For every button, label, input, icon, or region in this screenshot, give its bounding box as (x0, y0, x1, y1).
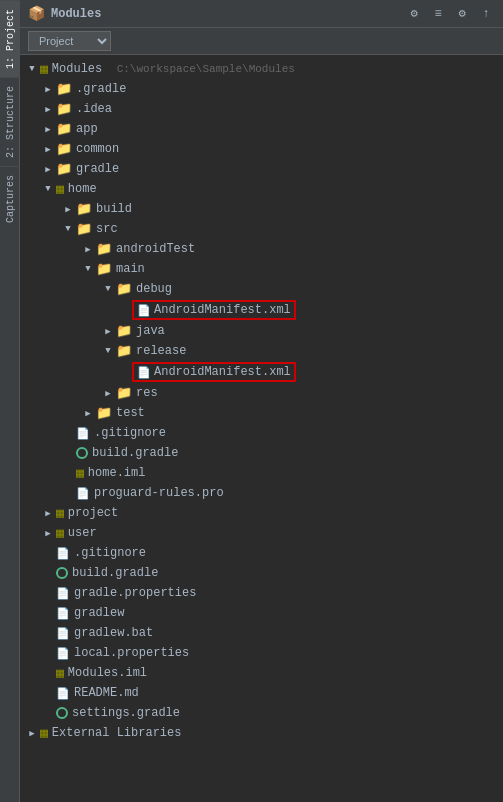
expand-arrow[interactable] (60, 201, 76, 217)
item-label: user (68, 526, 97, 540)
tree-row[interactable]: 📁 test (20, 403, 503, 423)
file-icon: 📄 (56, 547, 70, 560)
file-icon: 📄 (56, 627, 70, 640)
item-label: AndroidManifest.xml (154, 365, 291, 379)
tree-row[interactable]: 📁 app (20, 119, 503, 139)
tree-row[interactable]: 📁 main (20, 259, 503, 279)
expand-arrow[interactable] (100, 281, 116, 297)
sidebar-tab-captures[interactable]: Captures (0, 166, 20, 231)
tree-row[interactable]: 📁 release (20, 341, 503, 361)
folder-icon: 📁 (116, 343, 132, 359)
sidebar-tab-project[interactable]: 1: Project (0, 0, 20, 77)
tree-row[interactable]: 📁 common (20, 139, 503, 159)
expand-arrow[interactable] (100, 385, 116, 401)
expand-arrow[interactable] (40, 101, 56, 117)
item-label: androidTest (116, 242, 195, 256)
tree-row[interactable]: ▦ Modules.iml (20, 663, 503, 683)
title-bar-left: 📦 Modules (28, 5, 101, 22)
expand-arrow[interactable] (100, 323, 116, 339)
path-bar: Project (20, 28, 503, 55)
spacer (40, 665, 56, 681)
expand-arrow[interactable] (40, 121, 56, 137)
tree-row[interactable]: 📄 gradlew.bat (20, 623, 503, 643)
expand-arrow[interactable] (100, 343, 116, 359)
settings-button[interactable]: ⚙ (405, 5, 423, 23)
expand-arrow[interactable] (24, 725, 40, 741)
tree-row[interactable]: 📄 gradle.properties (20, 583, 503, 603)
gradle-icon (76, 447, 88, 459)
tree-row[interactable]: 📁 src (20, 219, 503, 239)
expand-arrow[interactable] (80, 405, 96, 421)
folder-icon: 📁 (116, 385, 132, 401)
tree-row[interactable]: 📁 build (20, 199, 503, 219)
expand-arrow[interactable] (24, 61, 40, 77)
item-label: project (68, 506, 118, 520)
tree-row[interactable]: ▦ home (20, 179, 503, 199)
tree-row[interactable]: build.gradle (20, 443, 503, 463)
title-bar: 📦 Modules ⚙ ≡ ⚙ ↑ (20, 0, 503, 28)
tree-row[interactable]: 📄 local.properties (20, 643, 503, 663)
item-label: settings.gradle (72, 706, 180, 720)
item-label: build (96, 202, 132, 216)
expand-arrow[interactable] (60, 221, 76, 237)
folder-icon: 📁 (96, 241, 112, 257)
tree-row[interactable]: 📁 .gradle (20, 79, 503, 99)
tree-row[interactable]: 📁 .idea (20, 99, 503, 119)
file-icon: 📄 (56, 587, 70, 600)
tree-row[interactable]: 📄 README.md (20, 683, 503, 703)
expand-arrow[interactable] (40, 181, 56, 197)
tree-row[interactable]: ▦ External Libraries (20, 723, 503, 743)
sidebar-tab-structure[interactable]: 2: Structure (0, 77, 20, 166)
item-label: build.gradle (92, 446, 178, 460)
tree-row[interactable]: build.gradle (20, 563, 503, 583)
tree-row[interactable]: 📄 .gitignore (20, 423, 503, 443)
folder-icon: 📁 (56, 101, 72, 117)
module-icon: ▦ (56, 525, 64, 541)
item-label: local.properties (74, 646, 189, 660)
tree-row[interactable]: settings.gradle (20, 703, 503, 723)
item-label: debug (136, 282, 172, 296)
title-bar-right: ⚙ ≡ ⚙ ↑ (405, 5, 495, 23)
item-label: main (116, 262, 145, 276)
tree-row[interactable]: 📄 gradlew (20, 603, 503, 623)
tree-row[interactable]: 📄 proguard-rules.pro (20, 483, 503, 503)
item-label: External Libraries (52, 726, 182, 740)
tree-row[interactable]: 📄 AndroidManifest.xml (20, 361, 503, 383)
expand-arrow[interactable] (80, 261, 96, 277)
item-label: home (68, 182, 97, 196)
tree-row[interactable]: ▦ user (20, 523, 503, 543)
item-label: .idea (76, 102, 112, 116)
module-icon: ▦ (56, 665, 64, 681)
tree-row[interactable]: 📄 .gitignore (20, 543, 503, 563)
tree-row[interactable]: 📁 androidTest (20, 239, 503, 259)
tree-row[interactable]: ▦ home.iml (20, 463, 503, 483)
item-label: app (76, 122, 98, 136)
expand-arrow[interactable] (80, 241, 96, 257)
gear-button[interactable]: ⚙ (453, 5, 471, 23)
item-label: README.md (74, 686, 139, 700)
expand-arrow[interactable] (40, 161, 56, 177)
item-label: AndroidManifest.xml (154, 303, 291, 317)
project-dropdown[interactable]: Project (28, 31, 111, 51)
collapse-button[interactable]: ↑ (477, 5, 495, 23)
file-icon: 📄 (56, 687, 70, 700)
expand-arrow[interactable] (40, 505, 56, 521)
file-icon: 📄 (76, 427, 90, 440)
spacer (40, 625, 56, 641)
folder-icon: 📁 (56, 81, 72, 97)
tree-row[interactable]: 📁 gradle (20, 159, 503, 179)
file-icon: 📄 (56, 647, 70, 660)
expand-arrow[interactable] (40, 525, 56, 541)
tree-row[interactable]: 📁 debug (20, 279, 503, 299)
expand-arrow[interactable] (40, 141, 56, 157)
tree-row[interactable]: 📄 AndroidManifest.xml (20, 299, 503, 321)
folder-icon: 📁 (56, 121, 72, 137)
tree-row[interactable]: ▦ Modules C:\workspace\Sample\Modules (20, 59, 503, 79)
layout-button[interactable]: ≡ (429, 5, 447, 23)
file-tree[interactable]: ▦ Modules C:\workspace\Sample\Modules 📁 … (20, 55, 503, 802)
tree-row[interactable]: 📁 java (20, 321, 503, 341)
expand-arrow[interactable] (40, 81, 56, 97)
tree-row[interactable]: 📁 res (20, 383, 503, 403)
item-label: proguard-rules.pro (94, 486, 224, 500)
tree-row[interactable]: ▦ project (20, 503, 503, 523)
